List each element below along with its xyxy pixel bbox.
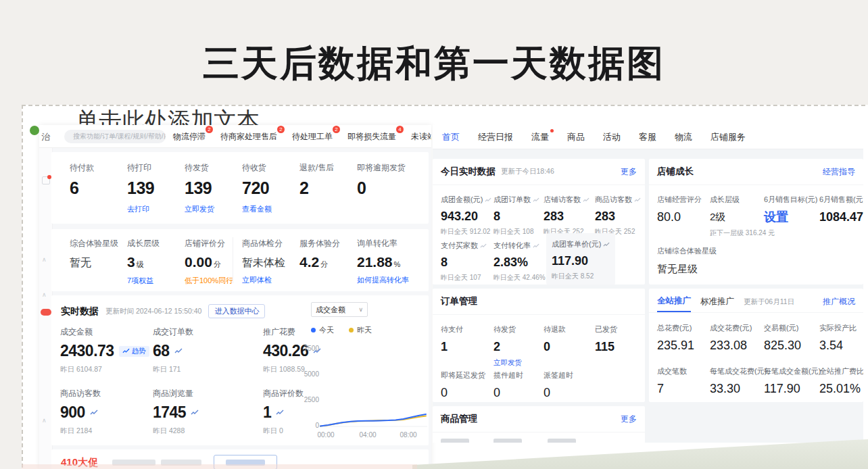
line-chart: 7500 5000 2500 0 00:00 04:00 08:00 — [303, 339, 429, 440]
trend-icon[interactable] — [174, 348, 183, 354]
ship-now-link[interactable]: 立即发货 — [185, 204, 242, 214]
stat-pending-ship: 待发货 139 立即发货 — [185, 162, 242, 214]
legend-today[interactable]: 今天 — [311, 325, 334, 335]
tab-customer-service[interactable]: 客服 — [639, 131, 656, 143]
trend-icon[interactable] — [634, 197, 641, 203]
cell-avg-order-value: 成团客单价(元) 117.90 昨日全天 8.52 — [546, 233, 615, 285]
tab-home[interactable]: 首页 — [442, 131, 460, 143]
clipped-label-stub — [441, 439, 469, 443]
legend-yesterday[interactable]: 昨天 — [349, 325, 372, 335]
trend-icon[interactable] — [191, 410, 199, 416]
below-peers-link[interactable]: 低于100%同行 — [185, 276, 242, 286]
metric-product-views: 商品浏览量 1745 昨日 4288 — [153, 388, 199, 436]
cell-sales-target: 6月销售目标(元) 设置 — [764, 193, 817, 223]
today-realtime-panel: 今日实时数据 更新于今日18:46 更多 成团金额(元) 943.20 昨日全天… — [433, 159, 645, 285]
trend-icon[interactable] — [276, 410, 284, 416]
chevron-up-icon[interactable]: ∧ — [42, 256, 47, 263]
realtime-title: 实时数据 — [61, 305, 99, 318]
enter-data-center-button[interactable]: 进入数据中心 — [208, 304, 265, 318]
divider — [233, 237, 233, 283]
chart-legend: 今天 昨天 — [311, 325, 372, 335]
stat-pending-print: 待打印 139 去打印 — [127, 162, 185, 214]
chevron-up-icon[interactable]: ∧ — [42, 291, 47, 298]
tab-logistics[interactable]: 物流 — [675, 131, 692, 143]
svg-text:04:00: 04:00 — [359, 431, 376, 439]
badge: 4 — [396, 126, 404, 133]
cell-pending-pay: 待支付 1 — [441, 322, 463, 353]
left-sidebar: ∧ ∧ ∧ — [39, 148, 53, 469]
tab-daily-report[interactable]: 经营日报 — [478, 131, 513, 143]
trend-icon[interactable] — [90, 410, 98, 416]
trend-icon[interactable] — [480, 243, 487, 249]
search-placeholder: 搜索功能/订单/课程/规则/帮助/服务 — [73, 132, 166, 141]
badge: 2 — [206, 126, 213, 133]
cell-delivery-timeout: 派签超时 0 — [544, 368, 573, 399]
cell-product-visitors: 商品访客数 283 昨日全天 252 — [595, 193, 641, 237]
svg-text:00:00: 00:00 — [317, 431, 334, 439]
nav-item-pending-ticket[interactable]: 待处理工单2 — [292, 131, 333, 143]
svg-text:08:00: 08:00 — [400, 431, 416, 439]
metric-gmv: 成交金额 2430.73 趋势 昨日 6104.87 — [60, 326, 149, 374]
badge: 2 — [333, 126, 340, 133]
ship-now-link[interactable]: 立即发货 — [493, 358, 522, 368]
tab-activities[interactable]: 活动 — [603, 131, 621, 143]
cell-total-spend: 总花费(元) 235.91 — [657, 321, 694, 351]
stat-value: 6 — [70, 180, 127, 197]
search-input[interactable]: 搜索功能/订单/课程/规则/帮助/服务 — [64, 130, 166, 143]
trend-icon[interactable] — [603, 242, 610, 247]
badge: 2 — [277, 126, 285, 133]
left-dashboard: 治 搜索功能/订单/课程/规则/帮助/服务 物流停滞2 待商家处理售后2 待处理… — [39, 125, 431, 469]
tab-standard-promotion[interactable]: 标准推广 — [700, 296, 734, 312]
realtime-data-card: 实时数据 更新时间 2024-06-12 15:50:40 进入数据中心 成交金… — [51, 295, 429, 445]
health-service-score: 服务体验分 4.2分 — [299, 238, 357, 286]
nav-item-traffic-loss[interactable]: 即将损失流量4 — [347, 131, 396, 143]
tab-traffic[interactable]: 流量 — [531, 131, 549, 143]
tab-shop-services[interactable]: 店铺服务 — [710, 131, 746, 143]
promotion-overview-link[interactable]: 推广概况 — [823, 296, 855, 312]
screenshot-stage: 三天后数据和第一天数据图 单击此处添加文本 治 搜索功能/订单/课程/规则/帮助… — [0, 0, 868, 469]
set-target-link[interactable]: 设置 — [764, 211, 817, 223]
trend-icon[interactable] — [485, 197, 491, 203]
metric-product-visitors: 商品访客数 900 昨日 2184 — [60, 388, 101, 436]
trend-icon — [122, 348, 130, 354]
sidebar-red-badge — [41, 309, 51, 316]
chevron-up-icon[interactable]: ∧ — [42, 417, 47, 424]
trend-icon[interactable] — [533, 197, 539, 203]
tab-sitewide-promotion[interactable]: 全站推广 — [657, 295, 691, 312]
right-tab-bar: 首页 经营日报 流量 商品 活动 客服 物流 店铺服务 — [433, 125, 863, 149]
apps-icon[interactable] — [42, 176, 50, 184]
more-link[interactable]: 更多 — [621, 166, 637, 178]
shop-health-card: 综合体验星级 暂无 成长层级 3级 7项权益 店铺评价分 0.00分 低于100… — [51, 229, 429, 291]
check-now-link[interactable]: 立即体检 — [242, 275, 299, 285]
improve-conversion-link[interactable]: 如何提高转化率 — [357, 275, 425, 285]
nav-item-pending-aftersale[interactable]: 待商家处理售后2 — [220, 131, 277, 143]
tab-products[interactable]: 商品 — [567, 131, 585, 143]
trend-icon[interactable] — [533, 243, 539, 249]
health-product-check: 商品体检分 暂未体检 立即体检 — [242, 238, 299, 286]
cell-group-gmv: 成团金额(元) 943.20 昨日全天 912.02 — [441, 193, 491, 237]
trend-chip[interactable]: 趋势 — [119, 346, 149, 357]
nav-item-unread-message[interactable]: 未读站内信68 — [411, 131, 431, 143]
trend-icon[interactable] — [583, 197, 589, 203]
cell-shop-score: 店铺经营评分 80.0 — [657, 193, 702, 223]
clipped-label-stub — [548, 439, 576, 443]
cell-month-sales: 6月销售额(元) 1084.47 — [819, 193, 863, 223]
health-inquiry-conversion: 询单转化率 21.88% 如何提高转化率 — [357, 238, 425, 286]
stat-value: 139 — [185, 180, 242, 197]
cell-group-orders: 成团订单数 8 昨日全天 108 — [493, 193, 539, 237]
business-guide-link[interactable]: 经营指导 — [823, 166, 855, 178]
slide-main-title: 三天后数据和第一天数据图 — [0, 39, 868, 89]
cell-amount-per-deal: 每笔成交金额(元) 117.90 — [764, 364, 821, 395]
notification-dot — [550, 129, 554, 132]
go-print-link[interactable]: 去打印 — [127, 204, 185, 214]
stat-pending-payment: 待付款 6 — [70, 162, 127, 214]
svg-text:2500: 2500 — [304, 396, 320, 403]
svg-text:7500: 7500 — [304, 345, 320, 352]
chart-metric-select[interactable]: 成交金额 ∨ — [311, 302, 368, 317]
more-link[interactable]: 更多 — [621, 414, 637, 425]
rights-link[interactable]: 7项权益 — [127, 276, 185, 286]
cell-roi: 实际投产比 3.54 — [819, 321, 857, 351]
nav-item-logistics-stalled[interactable]: 物流停滞2 — [173, 131, 206, 143]
cell-paying-buyers: 支付买家数 8 昨日全天 107 — [441, 239, 487, 282]
view-amount-link[interactable]: 查看金额 — [242, 204, 299, 214]
